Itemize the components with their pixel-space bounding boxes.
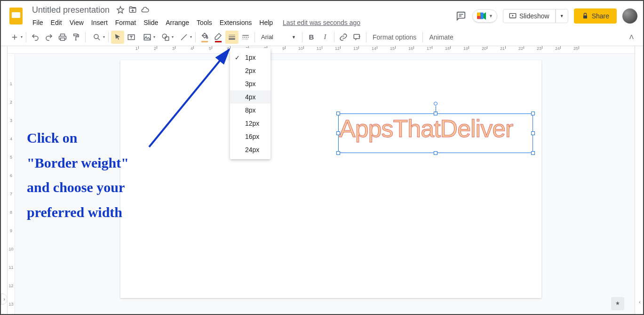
star-icon[interactable] [116, 6, 125, 14]
link-button[interactable] [337, 31, 350, 44]
border-weight-option[interactable]: 24px [230, 143, 270, 156]
menu-tools[interactable]: Tools [193, 17, 215, 28]
border-dash-button[interactable] [239, 31, 252, 44]
move-icon[interactable] [128, 6, 137, 14]
slides-logo[interactable] [7, 7, 25, 25]
border-weight-option[interactable]: 2px [230, 64, 270, 77]
toolbar: ▾ ▾ ▾ ▾ ▾ Arial▼ B I Format options Anim… [1, 28, 643, 46]
menu-slide[interactable]: Slide [140, 17, 161, 28]
font-selector[interactable]: Arial▼ [257, 33, 300, 40]
resize-handle[interactable] [336, 151, 340, 155]
bold-button[interactable]: B [305, 31, 318, 44]
rotate-handle[interactable] [434, 102, 437, 105]
account-avatar[interactable] [622, 8, 637, 24]
border-weight-option[interactable]: 8px [230, 104, 270, 117]
italic-button[interactable]: I [318, 31, 332, 44]
border-weight-button[interactable] [225, 31, 239, 44]
border-color-button[interactable] [212, 31, 225, 44]
resize-handle[interactable] [531, 151, 535, 155]
wordart-object[interactable]: AppsThatDeliver [339, 114, 532, 152]
menu-help[interactable]: Help [256, 17, 276, 28]
line-tool[interactable]: ▾ [175, 31, 193, 44]
slideshow-dropdown[interactable]: ▼ [556, 9, 568, 23]
ruler-horizontal: 1234567891011121314151617181920212223242… [8, 46, 635, 54]
slide-canvas[interactable]: AppsThatDeliver [120, 60, 541, 298]
paint-format-button[interactable] [70, 31, 83, 44]
textbox-tool[interactable] [125, 31, 138, 44]
animate-button[interactable]: Animate [425, 32, 457, 43]
menu-arrange[interactable]: Arrange [162, 17, 192, 28]
resize-handle[interactable] [336, 131, 340, 135]
resize-handle[interactable] [336, 112, 340, 115]
chevron-down-icon: ▼ [489, 14, 493, 18]
side-rail: ‹ [635, 46, 643, 314]
print-button[interactable] [56, 31, 69, 44]
svg-rect-2 [583, 16, 587, 19]
comment-button[interactable] [350, 31, 364, 44]
border-weight-dropdown: ✓1px2px3px4px8px12px16px24px [230, 48, 270, 159]
border-weight-option[interactable]: 4px [230, 90, 270, 104]
explore-button[interactable] [611, 297, 624, 310]
header-actions: ▼ Slideshow ▼ Share [455, 8, 637, 24]
border-weight-option[interactable]: 12px [230, 117, 270, 130]
doc-title[interactable]: Untitled presentation [29, 4, 112, 16]
meet-button[interactable]: ▼ [472, 9, 497, 23]
cloud-icon[interactable] [141, 6, 149, 14]
collapse-toolbar-icon[interactable]: ᐱ [625, 32, 638, 42]
zoom-button[interactable]: ▾ [88, 31, 106, 44]
svg-point-3 [94, 34, 98, 39]
menu-insert[interactable]: Insert [88, 17, 111, 28]
comments-icon[interactable] [455, 10, 467, 22]
menu-view[interactable]: View [66, 17, 87, 28]
side-panel-toggle[interactable]: ‹ [636, 296, 643, 307]
selection-outline [338, 113, 533, 153]
svg-rect-8 [165, 37, 169, 40]
resize-handle[interactable] [531, 112, 535, 115]
border-weight-option[interactable]: 16px [230, 130, 270, 143]
shape-tool[interactable]: ▾ [157, 31, 175, 44]
filmstrip-toggle[interactable]: › [1, 293, 8, 305]
menu-extensions[interactable]: Extensions [216, 17, 255, 28]
annotation-text: Click on "Border weight" and choose your… [27, 126, 129, 225]
last-edit-link[interactable]: Last edit was seconds ago [283, 19, 360, 26]
border-weight-option[interactable]: ✓1px [230, 51, 270, 64]
redo-button[interactable] [42, 31, 56, 44]
svg-rect-9 [354, 34, 359, 39]
app-header: Untitled presentation File Edit View Ins… [1, 1, 643, 28]
resize-handle[interactable] [434, 151, 437, 155]
image-tool[interactable]: ▾ [138, 31, 156, 44]
slideshow-button[interactable]: Slideshow [503, 9, 556, 23]
share-button[interactable]: Share [574, 8, 617, 24]
title-area: Untitled presentation File Edit View Ins… [29, 4, 455, 28]
check-icon: ✓ [235, 54, 240, 61]
fill-color-button[interactable] [198, 31, 211, 44]
svg-point-7 [162, 34, 167, 38]
menu-edit[interactable]: Edit [48, 17, 65, 28]
slide-panel: › [1, 46, 8, 314]
ruler-vertical: 12345678910111213 [8, 54, 15, 314]
undo-button[interactable] [29, 31, 42, 44]
resize-handle[interactable] [531, 131, 535, 135]
menu-format[interactable]: Format [112, 17, 139, 28]
menu-bar: File Edit View Insert Format Slide Arran… [29, 17, 455, 28]
menu-file[interactable]: File [29, 17, 47, 28]
border-weight-option[interactable]: 3px [230, 77, 270, 90]
select-tool[interactable] [111, 31, 124, 44]
new-slide-button[interactable]: ▾ [6, 31, 24, 44]
format-options-button[interactable]: Format options [369, 32, 420, 43]
